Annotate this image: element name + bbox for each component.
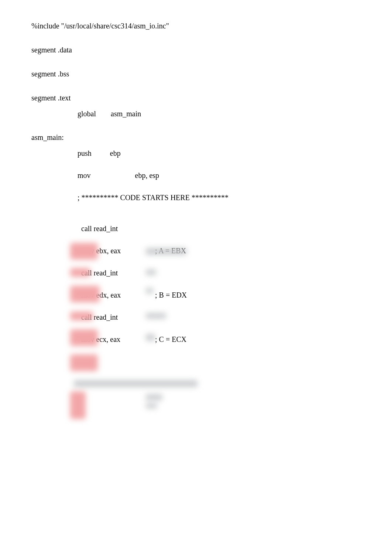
segment-bss: segment .bss bbox=[31, 70, 361, 79]
comment-text: ; ********** CODE STARTS HERE ********** bbox=[78, 193, 228, 202]
global-keyword: global bbox=[78, 110, 96, 118]
op-mov: mov bbox=[78, 171, 91, 179]
blur-block bbox=[146, 288, 153, 294]
op-push: push bbox=[78, 149, 92, 157]
blur-block bbox=[146, 394, 162, 400]
global-symbol: asm_main bbox=[111, 110, 141, 118]
blur-block bbox=[146, 403, 157, 408]
blur-block bbox=[146, 270, 156, 275]
label-asm-main: asm_main: bbox=[31, 134, 361, 142]
instr-push-ebp: push ebp bbox=[31, 142, 361, 164]
blur-block bbox=[70, 286, 100, 302]
segment-text: segment .text bbox=[31, 94, 361, 103]
blur-block bbox=[70, 329, 98, 346]
comment-code-starts: ; ********** CODE STARTS HERE ********** bbox=[31, 186, 361, 209]
blur-block bbox=[74, 380, 197, 387]
args-ebp-esp: ebp, esp bbox=[135, 171, 159, 179]
reg-ebp: ebp bbox=[110, 149, 121, 157]
comment-b-edx: ; B = EDX bbox=[155, 291, 187, 299]
blur-block bbox=[70, 312, 93, 320]
document-page: %include "/usr/local/share/csc314/asm_io… bbox=[0, 0, 392, 556]
comment-c-ecx: ; C = ECX bbox=[155, 335, 186, 343]
blur-block bbox=[70, 354, 98, 371]
global-declaration: global asm_main bbox=[31, 103, 361, 125]
blur-block bbox=[70, 391, 86, 419]
blur-block bbox=[146, 313, 166, 319]
call-read-int: call read_int bbox=[81, 224, 118, 233]
instr-mov-ebp-esp: mov ebp, esp bbox=[31, 164, 361, 186]
blur-block bbox=[70, 268, 90, 277]
segment-data: segment .data bbox=[31, 46, 361, 55]
instr-call-read-1: call read_int bbox=[31, 217, 361, 240]
blur-block bbox=[146, 334, 155, 341]
blur-block bbox=[146, 248, 186, 255]
include-directive: %include "/usr/local/share/csc314/asm_io… bbox=[31, 22, 361, 31]
blur-block bbox=[70, 243, 98, 260]
